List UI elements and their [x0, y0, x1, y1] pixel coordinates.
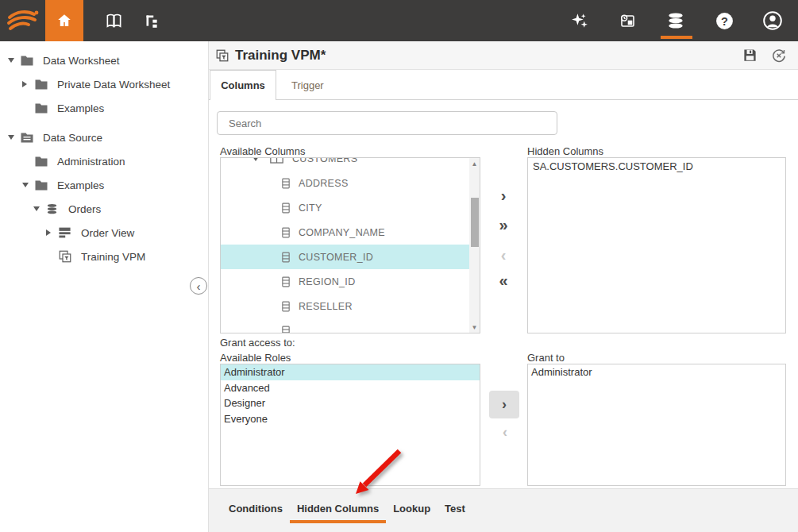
- column-row-address[interactable]: ADDRESS: [221, 171, 480, 195]
- expander-down-icon[interactable]: [22, 183, 34, 187]
- grant-access-label: Grant access to:: [220, 337, 295, 349]
- available-roles-label: Available Roles: [220, 352, 291, 364]
- column-icon: [282, 227, 290, 238]
- save-icon[interactable]: [742, 48, 758, 64]
- profile-icon[interactable]: [757, 0, 788, 41]
- scrollbar-thumb[interactable]: [471, 198, 479, 247]
- folder-icon: [34, 178, 50, 192]
- sidebar-item-examples-2[interactable]: Examples: [0, 173, 208, 197]
- sidebar-collapse-button[interactable]: ‹: [190, 277, 207, 295]
- column-icon: [282, 326, 290, 334]
- granted-role-administrator[interactable]: Administrator: [528, 364, 785, 380]
- role-row-advanced[interactable]: Advanced: [221, 380, 480, 396]
- hierarchy-tree-icon[interactable]: [142, 11, 161, 30]
- bottom-tab-bar: Conditions Hidden Columns Lookup Test: [209, 488, 798, 532]
- vertical-scrollbar[interactable]: ▲ ▼: [469, 158, 480, 333]
- data-space-database-icon[interactable]: [660, 0, 692, 41]
- tab-trigger[interactable]: Trigger: [291, 70, 324, 100]
- column-icon: [282, 252, 290, 263]
- available-roles-list: Administrator Advanced Designer Everyone: [220, 364, 480, 486]
- tab-test[interactable]: Test: [445, 501, 465, 516]
- move-left-button[interactable]: ‹: [492, 247, 515, 263]
- home-button[interactable]: [45, 0, 83, 41]
- sidebar-item-training-vpm[interactable]: Training VPM: [0, 245, 208, 268]
- tab-hidden-columns[interactable]: Hidden Columns: [297, 501, 379, 516]
- tab-conditions[interactable]: Conditions: [229, 501, 283, 516]
- column-row-reseller[interactable]: RESELLER: [221, 294, 480, 318]
- expander-down-icon[interactable]: [33, 206, 45, 211]
- svg-text:?: ?: [721, 14, 728, 27]
- move-all-left-button[interactable]: «: [492, 272, 515, 288]
- schedule-icon[interactable]: [611, 0, 643, 41]
- vpm-filter-icon: [215, 48, 229, 63]
- expander-right-icon[interactable]: [22, 81, 34, 87]
- search-input[interactable]: [217, 111, 557, 135]
- scroll-up-icon[interactable]: ▲: [469, 158, 480, 169]
- grant-to-list: Administrator: [527, 364, 786, 486]
- vpm-filter-icon: [58, 249, 74, 264]
- role-row-everyone[interactable]: Everyone: [221, 411, 480, 427]
- revert-cycle-icon[interactable]: [771, 48, 787, 64]
- expander-down-icon[interactable]: [253, 157, 270, 161]
- folder-icon: [34, 101, 50, 115]
- page-header: Training VPM*: [209, 41, 798, 70]
- hidden-columns-label: Hidden Columns: [527, 145, 603, 157]
- expander-down-icon[interactable]: [8, 135, 20, 140]
- help-icon[interactable]: ?: [708, 0, 740, 41]
- column-row-region-id[interactable]: REGION_ID: [221, 269, 480, 294]
- table-icon: [270, 157, 283, 164]
- column-icon: [282, 178, 290, 189]
- page-title: Training VPM*: [235, 48, 326, 64]
- column-row-customer-id[interactable]: CUSTOMER_ID: [221, 245, 480, 269]
- chevron-left-icon: ‹: [197, 280, 201, 292]
- tab-bar: Columns Trigger: [209, 70, 798, 100]
- tab-columns[interactable]: Columns: [210, 70, 276, 100]
- sidebar-item-data-source[interactable]: Data Source: [0, 125, 208, 149]
- role-row-administrator[interactable]: Administrator: [221, 364, 480, 380]
- database-icon: [45, 202, 61, 216]
- repository-book-icon[interactable]: [104, 11, 123, 30]
- revoke-role-button[interactable]: ‹: [493, 424, 517, 441]
- available-columns-label: Available Columns: [220, 145, 305, 157]
- hidden-column-item[interactable]: SA.CUSTOMERS.CUSTOMER_ID: [528, 158, 785, 175]
- column-icon: [282, 276, 290, 287]
- sidebar-item-private-data-worksheet[interactable]: Private Data Worksheet: [0, 72, 208, 96]
- order-view-icon: [58, 226, 74, 240]
- move-all-right-button[interactable]: »: [492, 217, 515, 233]
- sidebar-item-examples[interactable]: Examples: [0, 96, 208, 120]
- sidebar-item-administration[interactable]: Administration: [0, 149, 208, 173]
- tree-node-customers[interactable]: CUSTOMERS: [221, 157, 480, 171]
- top-bar: ?: [0, 0, 798, 41]
- hidden-columns-list: SA.CUSTOMERS.CUSTOMER_ID: [527, 157, 786, 333]
- grant-role-button[interactable]: ›: [489, 391, 519, 418]
- ai-sparkles-icon[interactable]: [563, 0, 595, 41]
- grant-to-label: Grant to: [527, 352, 565, 364]
- sidebar-item-order-view[interactable]: Order View: [0, 221, 208, 245]
- expander-down-icon[interactable]: [8, 58, 20, 63]
- folder-icon: [20, 53, 36, 67]
- role-row-designer[interactable]: Designer: [221, 395, 480, 411]
- folder-icon: [34, 154, 50, 168]
- data-source-folder-icon: [20, 130, 36, 145]
- expander-right-icon[interactable]: [46, 229, 58, 236]
- column-icon: [282, 301, 290, 312]
- available-columns-list: CUSTOMERS ADDRESS CITY: [220, 157, 480, 333]
- move-right-button[interactable]: ›: [492, 187, 515, 203]
- column-row-clipped[interactable]: [221, 318, 480, 333]
- column-row-city[interactable]: CITY: [221, 195, 480, 220]
- scroll-down-icon[interactable]: ▼: [469, 322, 480, 333]
- active-section-indicator: [661, 36, 692, 39]
- tab-lookup[interactable]: Lookup: [393, 501, 430, 516]
- folder-icon: [34, 77, 50, 91]
- sidebar-item-data-worksheet[interactable]: Data Worksheet: [0, 48, 208, 72]
- sidebar-item-orders[interactable]: Orders: [0, 197, 208, 221]
- app-logo-icon[interactable]: [0, 0, 45, 41]
- column-icon: [282, 202, 290, 214]
- navigation-sidebar: Data Worksheet Private Data Worksheet Ex…: [0, 41, 209, 532]
- column-row-company-name[interactable]: COMPANY_NAME: [221, 220, 480, 245]
